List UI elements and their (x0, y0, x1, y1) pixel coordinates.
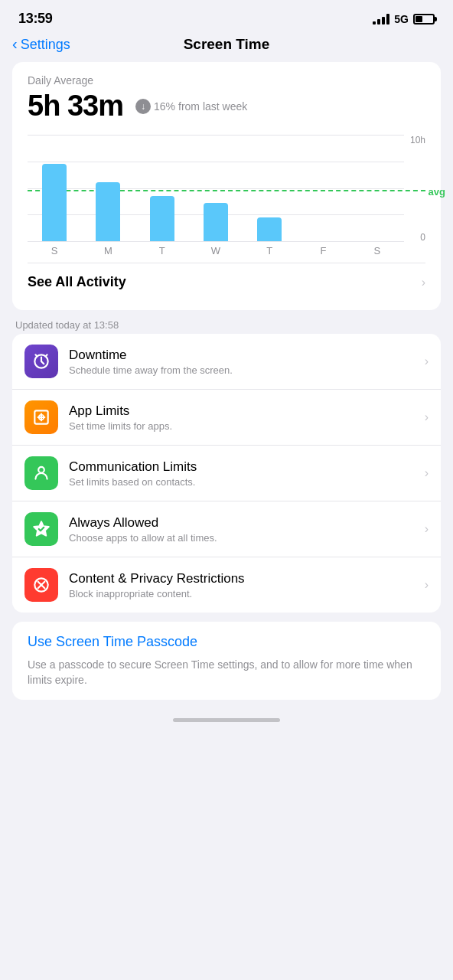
change-text: from last week (178, 100, 247, 113)
y-min-label: 0 (420, 232, 425, 243)
status-time: 13:59 (18, 11, 53, 27)
chevron-right-icon: › (422, 276, 425, 289)
app-limits-text: App Limits Set time limits for apps. (69, 403, 414, 432)
svg-point-3 (38, 467, 44, 473)
bar-group (28, 134, 81, 241)
signal-icon (373, 14, 389, 24)
app-limits-title: App Limits (69, 403, 414, 419)
downtime-subtitle: Schedule time away from the screen. (69, 364, 414, 376)
bar-group (296, 134, 350, 241)
app-limits-icon (24, 400, 58, 434)
bar-w (204, 203, 228, 241)
status-bar: 13:59 5G (0, 0, 453, 33)
back-label: Settings (21, 37, 70, 53)
bar-group (243, 134, 296, 241)
main-content: Daily Average 5h 33m ↓ 16% from last wee… (0, 62, 453, 700)
x-label-f: F (296, 245, 350, 256)
see-all-activity-button[interactable]: See All Activity › (28, 263, 425, 298)
status-icons: 5G (373, 13, 435, 25)
change-percent: 16% (154, 100, 175, 113)
content-privacy-item[interactable]: Content & Privacy Restrictions Block ina… (12, 557, 441, 612)
bars-container (28, 134, 404, 241)
communication-limits-icon (24, 456, 58, 490)
daily-label: Daily Average (28, 74, 425, 87)
bar-group (81, 134, 135, 241)
bar-t1 (150, 196, 174, 241)
y-max-label: 10h (410, 135, 425, 145)
home-indicator (0, 706, 453, 728)
battery-icon (413, 14, 435, 24)
communication-limits-text: Communication Limits Set limits based on… (69, 459, 414, 488)
page-title: Screen Time (184, 36, 270, 53)
app-limits-subtitle: Set time limits for apps. (69, 420, 414, 432)
chevron-right-icon: › (425, 578, 429, 592)
communication-limits-title: Communication Limits (69, 459, 414, 475)
app-limits-item[interactable]: App Limits Set time limits for apps. › (12, 390, 441, 446)
content-privacy-title: Content & Privacy Restrictions (69, 571, 414, 586)
bar-group (189, 134, 243, 241)
chart: 10h avg (28, 135, 425, 256)
chevron-right-icon: › (425, 410, 429, 424)
downtime-title: Downtime (69, 348, 414, 363)
change-down-icon: ↓ (135, 99, 151, 114)
bar-t2 (257, 217, 282, 241)
communication-limits-item[interactable]: Communication Limits Set limits based on… (12, 446, 441, 501)
x-label-s: S (28, 245, 81, 256)
bar-s1 (42, 164, 67, 241)
bar-m (96, 182, 120, 241)
always-allowed-icon (24, 512, 58, 546)
downtime-icon (24, 345, 58, 378)
x-label-t1: T (135, 245, 189, 256)
network-label: 5G (394, 13, 409, 25)
passcode-description: Use a passcode to secure Screen Time set… (28, 658, 425, 688)
x-label-s2: S (350, 245, 404, 256)
bar-group (135, 134, 189, 241)
menu-card: Downtime Schedule time away from the scr… (12, 334, 441, 612)
chart-area: avg (28, 135, 404, 242)
content-privacy-icon (24, 568, 58, 602)
avg-label: avg (429, 186, 445, 198)
downtime-item[interactable]: Downtime Schedule time away from the scr… (12, 334, 441, 390)
nav-bar: ‹ Settings Screen Time (0, 33, 453, 62)
chart-x-labels: S M T W T F S (28, 245, 404, 256)
chevron-right-icon: › (425, 466, 429, 480)
always-allowed-text: Always Allowed Choose apps to allow at a… (69, 515, 414, 544)
passcode-card: Use Screen Time Passcode Use a passcode … (12, 622, 441, 700)
content-privacy-subtitle: Block inappropriate content. (69, 588, 414, 599)
updated-label: Updated today at 13:58 (12, 319, 441, 334)
daily-time-row: 5h 33m ↓ 16% from last week (28, 90, 425, 122)
home-bar (173, 718, 280, 722)
always-allowed-title: Always Allowed (69, 515, 414, 531)
communication-limits-subtitle: Set limits based on contacts. (69, 476, 414, 488)
daily-average-card: Daily Average 5h 33m ↓ 16% from last wee… (12, 62, 441, 310)
downtime-text: Downtime Schedule time away from the scr… (69, 348, 414, 376)
always-allowed-item[interactable]: Always Allowed Choose apps to allow at a… (12, 501, 441, 557)
x-label-m: M (81, 245, 135, 256)
daily-change: ↓ 16% from last week (135, 99, 247, 114)
x-label-t2: T (243, 245, 296, 256)
chevron-left-icon: ‹ (12, 35, 18, 53)
see-all-label: See All Activity (28, 274, 126, 290)
x-label-w: W (189, 245, 243, 256)
content-privacy-text: Content & Privacy Restrictions Block ina… (69, 571, 414, 599)
back-button[interactable]: ‹ Settings (12, 36, 70, 53)
passcode-button[interactable]: Use Screen Time Passcode (28, 634, 425, 650)
daily-time: 5h 33m (28, 90, 123, 122)
bar-group (350, 134, 404, 241)
chevron-right-icon: › (425, 522, 429, 536)
chevron-right-icon: › (425, 354, 429, 368)
always-allowed-subtitle: Choose apps to allow at all times. (69, 532, 414, 544)
